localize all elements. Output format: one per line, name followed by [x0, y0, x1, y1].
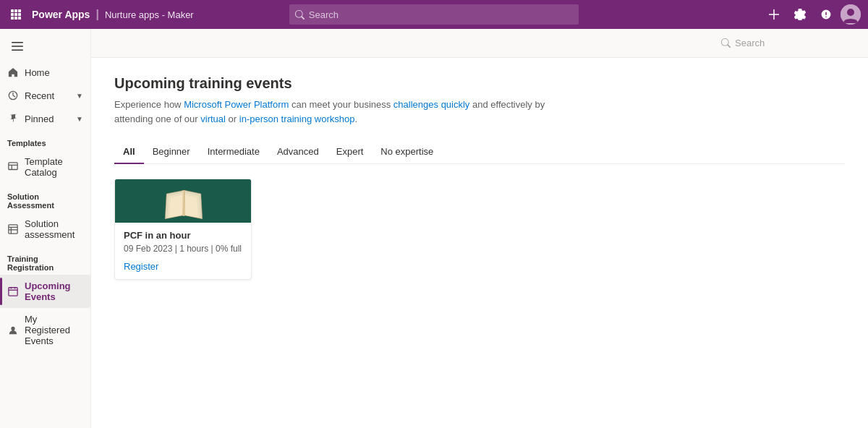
- template-icon: [7, 161, 19, 173]
- register-link[interactable]: Register: [124, 261, 158, 272]
- event-card: PCF in an hour 09 Feb 2023 | 1 hours | 0…: [114, 179, 252, 280]
- brand-subtitle: Nurture apps - Maker: [105, 9, 194, 20]
- sidebar-item-pinned[interactable]: Pinned ▼: [0, 107, 90, 130]
- filter-tabs: All Beginner Intermediate Advanced Exper…: [114, 140, 845, 164]
- svg-rect-8: [18, 17, 21, 20]
- svg-rect-1: [14, 9, 17, 12]
- tab-advanced[interactable]: Advanced: [268, 140, 328, 164]
- sidebar-item-my-registered-events[interactable]: My Registered Events: [0, 308, 90, 352]
- sidebar-item-home[interactable]: Home: [0, 61, 90, 84]
- home-icon: [7, 67, 19, 78]
- topnav-actions: [762, 3, 861, 26]
- challenges-link[interactable]: challenges quickly: [393, 99, 470, 110]
- svg-rect-18: [9, 225, 17, 234]
- event-card-body: PCF in an hour 09 Feb 2023 | 1 hours | 0…: [115, 223, 251, 279]
- settings-icon[interactable]: [788, 3, 812, 26]
- svg-point-10: [847, 9, 854, 16]
- secondary-search-icon: [721, 38, 731, 48]
- sidebar-item-solution-assessment[interactable]: Solution assessment: [0, 213, 90, 246]
- pinned-chevron: ▼: [76, 115, 83, 123]
- event-card-meta: 09 Feb 2023 | 1 hours | 0% full: [124, 244, 242, 254]
- tab-all[interactable]: All: [114, 140, 144, 164]
- upcoming-events-label: Upcoming Events: [25, 281, 83, 302]
- svg-rect-0: [11, 9, 14, 12]
- secondary-search[interactable]: [721, 38, 856, 48]
- svg-rect-12: [12, 46, 23, 47]
- svg-rect-4: [14, 13, 17, 16]
- secondary-search-input[interactable]: [735, 38, 856, 48]
- global-search-input[interactable]: [309, 9, 573, 20]
- svg-rect-7: [14, 17, 17, 20]
- pinned-label: Pinned: [25, 114, 70, 124]
- power-platform-link[interactable]: Microsoft Power Platform: [184, 99, 289, 110]
- svg-rect-5: [18, 13, 21, 16]
- app-grid-icon[interactable]: [7, 6, 25, 23]
- events-grid: PCF in an hour 09 Feb 2023 | 1 hours | 0…: [114, 179, 845, 280]
- my-registered-events-label: My Registered Events: [25, 314, 83, 346]
- active-indicator: [0, 278, 2, 305]
- in-person-link[interactable]: in-person training workshop: [239, 114, 355, 124]
- tab-intermediate[interactable]: Intermediate: [199, 140, 268, 164]
- solution-assessment-label: Solution assessment: [25, 218, 83, 240]
- pin-icon: [7, 113, 19, 124]
- svg-rect-3: [11, 13, 14, 16]
- sidebar-item-template-catalog[interactable]: Template Catalog: [0, 150, 90, 184]
- sidebar-item-upcoming-events[interactable]: Upcoming Events: [0, 275, 90, 308]
- top-navigation: Power Apps | Nurture apps - Maker: [0, 0, 868, 29]
- training-registration-section-label: Training Registration: [0, 246, 90, 275]
- svg-rect-2: [18, 9, 21, 12]
- help-icon[interactable]: [814, 3, 838, 26]
- recent-label: Recent: [25, 90, 70, 101]
- secondary-navigation: [91, 29, 868, 58]
- event-card-title: PCF in an hour: [124, 230, 242, 241]
- templates-section-label: Templates: [0, 130, 90, 150]
- template-catalog-label: Template Catalog: [25, 156, 83, 178]
- recent-chevron: ▼: [76, 92, 83, 100]
- global-search[interactable]: [289, 4, 579, 25]
- svg-point-26: [11, 326, 14, 330]
- sidebar-item-recent[interactable]: Recent ▼: [0, 84, 90, 107]
- tab-expert[interactable]: Expert: [328, 140, 373, 164]
- table-icon: [7, 223, 19, 235]
- hamburger-menu[interactable]: [6, 35, 29, 58]
- page-title: Upcoming training events: [114, 75, 845, 92]
- page-subtitle: Experience how Microsoft Power Platform …: [114, 98, 548, 126]
- svg-rect-15: [9, 163, 17, 170]
- virtual-link[interactable]: virtual: [200, 114, 226, 124]
- tab-no-expertise[interactable]: No expertise: [372, 140, 442, 164]
- brand-label: Power Apps: [32, 9, 90, 20]
- home-label: Home: [25, 67, 83, 78]
- svg-rect-11: [12, 42, 23, 43]
- svg-rect-13: [12, 50, 23, 51]
- brand-divider: |: [95, 8, 98, 21]
- user-avatar[interactable]: [841, 4, 861, 25]
- event-card-image: [115, 179, 251, 223]
- main-content: Upcoming training events Experience how …: [91, 29, 868, 428]
- page-content-area: Upcoming training events Experience how …: [91, 58, 868, 428]
- tab-beginner[interactable]: Beginner: [144, 140, 199, 164]
- clock-icon: [7, 90, 19, 101]
- svg-rect-6: [11, 17, 14, 20]
- solution-assessment-section-label: Solution Assessment: [0, 184, 90, 213]
- book-illustration: [115, 179, 251, 223]
- calendar-icon: [7, 286, 19, 297]
- search-icon: [295, 10, 305, 20]
- add-button[interactable]: [762, 3, 786, 26]
- brand-name: Power Apps | Nurture apps - Maker: [32, 8, 194, 21]
- person-icon: [7, 325, 19, 336]
- sidebar: Home Recent ▼ Pinned ▼ Templates: [0, 29, 91, 428]
- svg-rect-22: [9, 288, 17, 296]
- app-layout: Home Recent ▼ Pinned ▼ Templates: [0, 29, 868, 428]
